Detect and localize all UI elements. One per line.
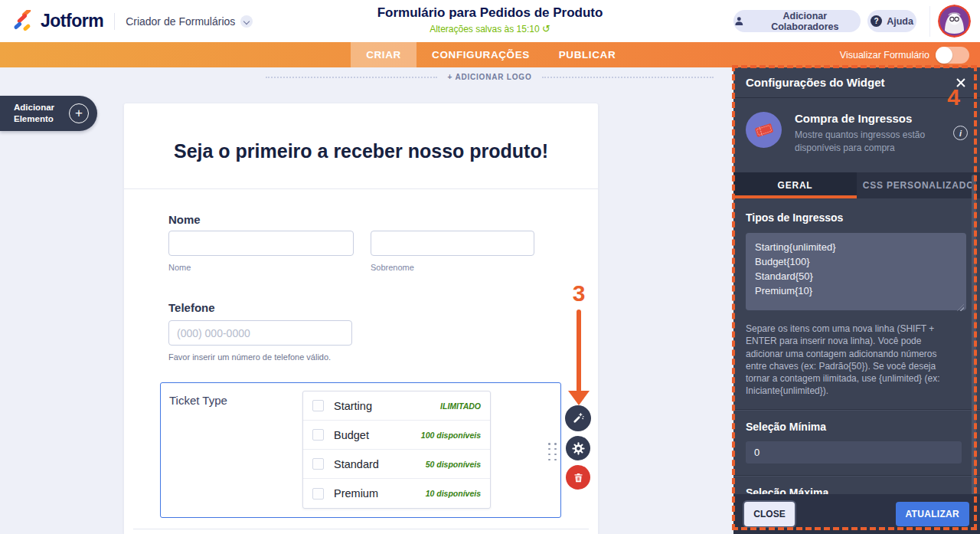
ticket-row: Standard 50 disponíveis — [303, 450, 490, 479]
widget-settings-panel: Configurações do Widget 4 Compra de Ingr… — [733, 67, 980, 534]
ticket-icon — [746, 112, 782, 148]
phone-field-label[interactable]: Telefone — [168, 301, 215, 314]
phone-helper-text: Favor inserir um número de telefone váli… — [168, 352, 331, 362]
ticket-availability: 10 disponíveis — [426, 489, 481, 498]
user-icon — [733, 15, 745, 27]
divider — [133, 529, 589, 529]
trash-icon — [573, 472, 584, 483]
panel-tabs: GERAL CSS PERSONALIZADO — [733, 172, 980, 198]
min-selection-label: Seleção Mínima — [746, 421, 968, 433]
toggle-knob — [936, 47, 952, 64]
checkbox[interactable] — [312, 488, 324, 500]
gear-icon — [572, 442, 585, 455]
ticket-options-list: Starting ILIMITADO Budget 100 disponívei… — [302, 391, 491, 509]
jotform-wordmark[interactable]: Jotform — [41, 11, 103, 31]
last-name-input[interactable] — [371, 231, 534, 256]
dashed-line — [266, 77, 437, 78]
add-logo-row: + ADICIONAR LOGO — [266, 73, 714, 81]
builder-nav: CRIAR CONFIGURAÇÕES PUBLICAR Visualizar … — [0, 42, 980, 67]
annotation-number-4: 4 — [947, 84, 960, 110]
phone-input[interactable] — [168, 320, 352, 346]
ticket-types-label: Tipos de Ingressos — [746, 211, 968, 224]
first-name-sublabel: Nome — [168, 263, 191, 272]
form-heading[interactable]: Seja o primeiro a receber nosso produto! — [124, 140, 598, 162]
ticket-availability: ILIMITADO — [440, 401, 481, 411]
update-button[interactable]: ATUALIZAR — [896, 502, 969, 526]
widget-properties-button[interactable] — [566, 436, 590, 460]
tab-configuracoes[interactable]: CONFIGURAÇÕES — [416, 42, 545, 67]
panel-title: Configurações do Widget — [746, 76, 885, 89]
dashed-line — [542, 77, 714, 78]
divider — [124, 188, 598, 189]
name-field-label[interactable]: Nome — [168, 213, 201, 226]
add-logo-button[interactable]: + ADICIONAR LOGO — [448, 73, 532, 81]
close-button[interactable]: CLOSE — [744, 502, 795, 526]
page-title[interactable]: Formulário para Pedidos de Produto — [306, 5, 674, 21]
widget-name: Compra de Ingressos — [795, 112, 929, 125]
save-status: Alterações salvas às 15:10 ↺ — [306, 23, 674, 34]
checkbox[interactable] — [312, 458, 324, 470]
plus-icon: + — [69, 103, 89, 123]
add-collaborators-button[interactable]: Adicionar Colaboradores — [733, 10, 861, 32]
header-divider — [929, 6, 930, 37]
tab-geral[interactable]: GERAL — [733, 172, 857, 198]
revision-history-icon[interactable]: ↺ — [542, 23, 550, 34]
add-element-button[interactable]: Adicionar Elemento + — [0, 96, 97, 131]
top-header: Jotform Criador de Formulários Formulári… — [0, 0, 980, 42]
ticket-name: Standard — [334, 458, 379, 470]
header-divider — [114, 13, 115, 30]
magic-wand-icon — [571, 411, 585, 425]
tab-css-personalizado[interactable]: CSS PERSONALIZADO — [857, 172, 980, 198]
ticket-availability: 50 disponíveis — [426, 460, 481, 469]
jotform-form-builder: Jotform Criador de Formulários Formulári… — [0, 0, 980, 534]
question-icon: ? — [871, 15, 882, 27]
ticket-name: Premium — [334, 487, 378, 500]
min-selection-input[interactable] — [746, 441, 962, 464]
ticket-name: Budget — [334, 429, 369, 441]
help-button[interactable]: ? Ajuda — [867, 10, 916, 32]
preview-form-label: Visualizar Formulário — [840, 50, 929, 61]
ticket-types-textarea[interactable]: Starting{unlimited} Budget{100} Standard… — [746, 233, 966, 310]
widget-settings-wand-button[interactable] — [565, 405, 591, 431]
builder-label: Criador de Formulários — [126, 15, 235, 28]
ticket-widget-label[interactable]: Ticket Type — [169, 394, 227, 407]
ticket-row: Budget 100 disponíveis — [303, 421, 490, 450]
tab-criar[interactable]: CRIAR — [351, 42, 416, 67]
chevron-down-icon — [240, 15, 253, 28]
widget-description: Mostre quantos ingressos estão disponíve… — [795, 129, 929, 156]
ticket-row: Premium 10 disponíveis — [303, 479, 490, 508]
form-card: Seja o primeiro a receber nosso produto!… — [124, 103, 598, 534]
first-name-input[interactable] — [168, 231, 354, 256]
preview-form-toggle[interactable] — [936, 47, 969, 64]
panel-header: Configurações do Widget — [733, 67, 980, 98]
delete-widget-button[interactable] — [566, 465, 590, 490]
checkbox[interactable] — [312, 400, 324, 411]
jotform-logo-icon[interactable] — [12, 10, 35, 33]
builder-switcher[interactable]: Criador de Formulários — [126, 15, 253, 28]
panel-scrollbar[interactable] — [972, 175, 976, 527]
ticket-types-help-text: Separe os itens com uma nova linha (SHIF… — [733, 313, 968, 398]
ticket-name: Starting — [334, 400, 372, 412]
widget-meta: Compra de Ingressos Mostre quantos ingre… — [746, 112, 968, 156]
checkbox[interactable] — [312, 429, 324, 441]
last-name-sublabel: Sobrenome — [371, 263, 414, 272]
avatar[interactable] — [938, 5, 971, 38]
panel-footer: CLOSE ATUALIZAR — [733, 494, 980, 534]
ticket-row: Starting ILIMITADO — [303, 391, 490, 421]
info-icon[interactable]: i — [953, 126, 968, 140]
ticket-widget-selected[interactable]: Ticket Type Starting ILIMITADO Budget 10… — [160, 382, 561, 518]
drag-handle-icon[interactable] — [548, 443, 558, 461]
panel-content: Tipos de Ingressos Starting{unlimited} B… — [733, 198, 980, 499]
ticket-availability: 100 disponíveis — [421, 431, 481, 440]
tab-publicar[interactable]: PUBLICAR — [545, 42, 629, 67]
